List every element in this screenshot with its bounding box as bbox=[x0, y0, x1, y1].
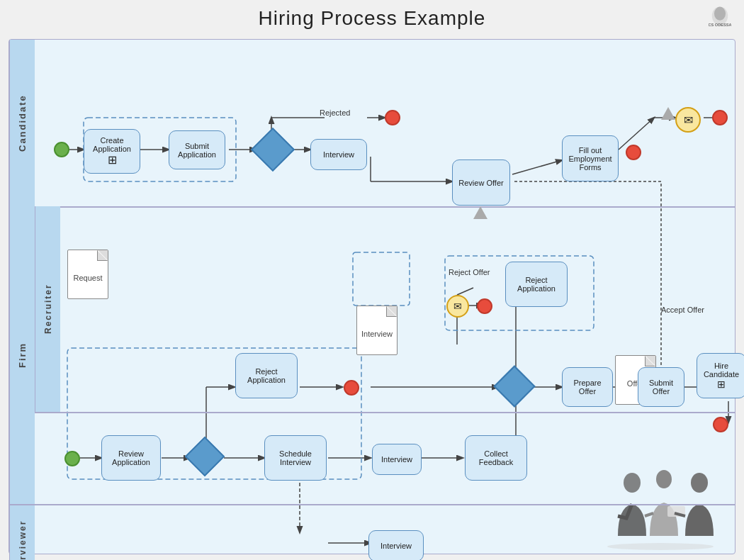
end-event-employed bbox=[626, 145, 641, 160]
start-event-firm bbox=[64, 451, 80, 466]
signal-top-right bbox=[661, 107, 675, 120]
decision-diamond-candidate[interactable] bbox=[257, 134, 288, 165]
rejected-label: Rejected bbox=[320, 108, 350, 117]
interview-candidate-node[interactable]: Interview bbox=[310, 139, 367, 170]
svg-point-49 bbox=[607, 543, 714, 550]
reject-offer-envelope: ✉ bbox=[446, 295, 469, 318]
submit-offer-node[interactable]: Submit Offer bbox=[638, 367, 684, 407]
end-event-hire bbox=[713, 417, 728, 432]
reject-application-1-node[interactable]: Reject Application bbox=[505, 262, 568, 307]
svg-line-12 bbox=[512, 160, 562, 174]
end-event-reject-2 bbox=[344, 380, 359, 396]
end-event-top-right bbox=[712, 110, 728, 125]
hire-candidate-icon: ⊞ bbox=[717, 379, 726, 390]
svg-point-44 bbox=[656, 470, 672, 488]
logo: CS ODESSA bbox=[709, 6, 731, 28]
accept-offer-label: Accept Offer bbox=[661, 306, 704, 314]
reject-offer-label: Reject Offer bbox=[449, 268, 490, 276]
diagram-container: Candidate Firm Recruiter Interviewer Cre… bbox=[9, 39, 735, 554]
prepare-offer-node[interactable]: Prepare Offer bbox=[562, 367, 613, 407]
review-application-node[interactable]: Review Application bbox=[101, 435, 161, 481]
svg-line-47 bbox=[645, 513, 653, 516]
svg-text:CS ODESSA: CS ODESSA bbox=[709, 23, 731, 27]
fill-forms-node[interactable]: Fill out Employment Forms bbox=[562, 135, 619, 181]
svg-rect-42 bbox=[353, 252, 410, 306]
svg-point-43 bbox=[624, 473, 641, 493]
start-event-candidate bbox=[54, 142, 69, 157]
svg-point-46 bbox=[691, 473, 708, 493]
end-event-rejected bbox=[385, 110, 400, 125]
review-offer-node[interactable]: Review Offer bbox=[452, 159, 510, 206]
interviewer-lane-label: Interviewer bbox=[9, 504, 35, 560]
end-event-reject-offer bbox=[477, 298, 492, 314]
people-illustration bbox=[597, 465, 728, 550]
schedule-interview-node[interactable]: Schedule Interview bbox=[264, 435, 327, 481]
signal-review-offer bbox=[473, 206, 487, 219]
envelope-candidate-node: ✉ bbox=[675, 107, 701, 133]
firm-lane-label: Firm bbox=[9, 206, 35, 504]
interview-firm-node[interactable]: Interview bbox=[372, 444, 422, 475]
create-application-icon: ⊞ bbox=[108, 153, 117, 167]
candidate-lane-label: Candidate bbox=[9, 40, 35, 206]
hire-candidate-node[interactable]: Hire Candidate ⊞ bbox=[697, 353, 744, 398]
submit-application-node[interactable]: Submit Application bbox=[169, 130, 225, 169]
request-artifact: Request bbox=[67, 250, 108, 299]
interview-artifact-top: Interview bbox=[356, 306, 398, 355]
create-application-node[interactable]: Create Application ⊞ bbox=[84, 129, 140, 174]
interview-interviewer-node[interactable]: Interview bbox=[368, 530, 424, 560]
page-title: Hiring Process Example bbox=[0, 0, 744, 35]
reject-application-2-node[interactable]: Reject Application bbox=[235, 353, 298, 398]
svg-point-1 bbox=[714, 7, 726, 21]
decision-diamond-firm-2[interactable] bbox=[500, 371, 529, 401]
decision-diamond-firm[interactable] bbox=[191, 442, 219, 471]
svg-line-34 bbox=[457, 288, 473, 295]
recruiter-lane-label: Recruiter bbox=[35, 206, 60, 412]
collect-feedback-node[interactable]: Collect Feedback bbox=[465, 435, 527, 481]
